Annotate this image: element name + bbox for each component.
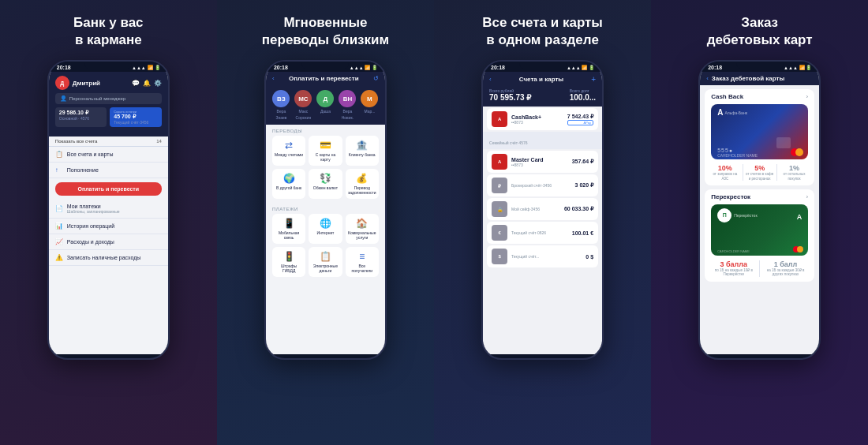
status-icons-4: ▲▲▲ 📶 🔋	[784, 65, 811, 70]
all-text: Все получатели	[348, 264, 376, 273]
transfer-to-bank-client[interactable]: 🏦 Клиенту банка	[346, 136, 379, 166]
account-item-3[interactable]: 🔒 Мой сейф·3456 60 033.30 ₽	[487, 198, 598, 220]
transfer-other-bank[interactable]: 🌍 В другой банк	[272, 169, 305, 199]
account-info-0: CashBack+ ••8873	[511, 114, 567, 125]
payments-icon: 📄	[55, 205, 63, 212]
payment-utilities[interactable]: 🏠 Коммунальные услуги	[346, 214, 379, 244]
p1-pay-button[interactable]: Оплатить и перевести	[55, 182, 162, 196]
mc2-right	[797, 246, 803, 252]
bank-client-icon: 🏦	[356, 140, 368, 151]
alpha-logo-perekrestok: А	[797, 208, 803, 222]
fines-text: Штрафы ГИБДД	[275, 264, 303, 273]
other-bank-icon: 🌍	[283, 173, 295, 184]
account-item-2[interactable]: ₽ Брокерский счёт·3456 3 020 ₽	[487, 174, 598, 196]
panel-3: Все счета и карты в одном разделе 20:18 …	[434, 0, 651, 445]
perk-cafe: 5% от счетов в кафе и ресторанах	[746, 164, 773, 181]
payment-emoney[interactable]: 📋 Электронные деньги	[309, 247, 342, 277]
p2-refresh-icon[interactable]: ↺	[373, 75, 379, 82]
p2-back-btn[interactable]: ‹	[272, 75, 275, 82]
perk-other-label: от остальных покупок	[780, 172, 808, 181]
perk-pk2-val: 1 балл	[763, 260, 808, 268]
between-accounts-icon: ⇄	[285, 140, 293, 151]
payment-all[interactable]: ≡ Все получатели	[346, 247, 379, 277]
mc-right-circle	[795, 148, 803, 156]
panel-3-title: Все счета и карты в одном разделе	[482, 14, 603, 49]
contact-2[interactable]: МС Макс Сорокин	[294, 90, 312, 120]
p1-manager-row[interactable]: 👤 Персональный менеджер	[55, 93, 162, 104]
p3-totals: Всего рублей 70 595.73 ₽ Всего долг 100.…	[483, 87, 602, 107]
transfers-label: ПЕРЕВОДЫ	[266, 125, 385, 136]
perekrestok-card-title: Перекресток	[711, 193, 750, 200]
menu-history[interactable]: 📊 История операций	[49, 219, 168, 234]
p3-screen-title: Счета и карты	[519, 76, 563, 83]
contact-3[interactable]: Д Даша	[316, 90, 334, 120]
p3-back-btn[interactable]: ‹	[489, 76, 492, 83]
menu-all-accounts[interactable]: 📋 Все счета и карты	[49, 147, 168, 163]
total-rub-block: Всего рублей 70 595.73 ₽	[489, 88, 531, 102]
perekrestok-card-header[interactable]: Перекресток ›	[705, 189, 814, 204]
account-logo-5: $	[492, 249, 507, 264]
account-item-4[interactable]: € Текущий счёт·0826 100.01 €	[487, 222, 598, 244]
account-item-0[interactable]: А CashBack+ ••8873 7 542.43 ₽ APay	[487, 108, 598, 130]
transfer-between-accounts[interactable]: ⇄ Между счетами	[272, 136, 305, 166]
internet-text: Интернет	[317, 230, 335, 235]
other-bank-text: В другой банк	[276, 185, 301, 190]
p4-back-btn[interactable]: ‹	[706, 75, 709, 82]
menu-expenses[interactable]: 📈 Расходы и доходы	[49, 234, 168, 250]
contact-5[interactable]: М Мар...	[361, 90, 378, 120]
transfer-debt[interactable]: 💰 Перевод задолженности	[346, 169, 379, 199]
transfer-card-to-card[interactable]: 💳 С карты на карту	[309, 136, 342, 166]
perk-other: 1% от остальных покупок	[780, 164, 808, 181]
p3-add-btn[interactable]: +	[591, 75, 596, 84]
perk-pk2: 1 балл на 1Б за каждые 30₽ в других поку…	[763, 260, 808, 277]
p1-show-all-text: Показать все счета	[55, 139, 98, 144]
contact-4[interactable]: ВН Вера Новик.	[339, 90, 356, 120]
perekrestok-holder: CARDHOLDER NAME	[717, 249, 750, 253]
status-time-2: 20:18	[274, 65, 288, 70]
account-info-3: Мой сейф·3456	[511, 207, 564, 211]
bank-client-text: Клиенту банка	[349, 152, 376, 157]
perk-pk1-val: 3 балла	[711, 260, 756, 268]
contact-4-avatar: ВН	[339, 90, 356, 107]
account-logo-3: 🔒	[492, 201, 507, 217]
contact-4-name: Вера	[343, 109, 353, 114]
menu-my-payments-label: Мои платежи	[67, 204, 120, 209]
perekrestok-logo: П Перекрёсток	[717, 208, 757, 222]
debt-icon: 💰	[356, 173, 368, 184]
phone-2: 20:18 ▲▲▲ 📶 🔋 ‹ Оплатить и перевести ↺ В…	[264, 60, 387, 360]
contact-5-name: Мар...	[364, 109, 375, 114]
contact-1[interactable]: ВЗ Вера Знаев	[272, 90, 290, 120]
total-debt-block: Всего долг 100.0...	[570, 88, 596, 102]
payment-internet[interactable]: 🌐 Интернет	[309, 214, 342, 244]
menu-my-payments[interactable]: 📄 Мои платежи Шаблоны, запланированные	[49, 200, 168, 219]
panel-2: Мгновенные переводы близким 20:18 ▲▲▲ 📶 …	[217, 0, 434, 445]
menu-cash[interactable]: ⚠️ Записать наличные расходы	[49, 250, 168, 266]
transfer-exchange[interactable]: 💱 Обмен валют	[309, 169, 342, 199]
account-info-4: Текущий счёт·0826	[511, 230, 572, 235]
settings-icon[interactable]: ⚙️	[154, 80, 162, 87]
all-icon: ≡	[359, 251, 365, 262]
cashback-perks: 10% от заправок на АЗС 5% от счетов в ка…	[705, 164, 814, 185]
p1-show-all[interactable]: Показать все счета 14	[49, 136, 168, 147]
payment-fines[interactable]: 🚦 Штрафы ГИБДД	[272, 247, 305, 277]
menu-topup[interactable]: ↑ Пополнение	[49, 163, 168, 178]
perk-other-val: 1%	[780, 164, 808, 172]
contact-2-avatar: МС	[294, 90, 312, 107]
internet-icon: 🌐	[320, 218, 331, 229]
p4-screen-title: Заказ дебетовой карты	[712, 75, 784, 82]
account-item-1[interactable]: А Master Card ••8873 357.64 ₽	[487, 151, 598, 173]
chat-icon[interactable]: 💬	[132, 80, 140, 87]
contact-2-name: Макс	[299, 109, 309, 114]
p1-balance-secondary: Скрыть остатки 45 700 ₽ Текущий счёт·345…	[110, 107, 162, 127]
p1-header: Д Дмитрий 💬 🔔 ⚙️ 👤 Персональный менеджер…	[49, 72, 168, 136]
cash-icon: ⚠️	[55, 254, 63, 261]
panel-4-title: Заказ дебетовых карт	[707, 14, 813, 49]
account-logo-4: €	[492, 225, 507, 241]
payment-mobile[interactable]: 📱 Мобильная связь	[272, 214, 305, 244]
status-icons-1: ▲▲▲ 📶 🔋	[132, 65, 160, 70]
cashback-card-header[interactable]: Cash Back ›	[705, 89, 814, 104]
bell-icon[interactable]: 🔔	[143, 80, 151, 87]
perk-pk2-label: на 1Б за каждые 30₽ в других покупках	[763, 268, 808, 277]
account-item-5[interactable]: $ Текущий счёт... 0 $	[487, 245, 598, 267]
menu-history-label: История операций	[67, 223, 114, 229]
